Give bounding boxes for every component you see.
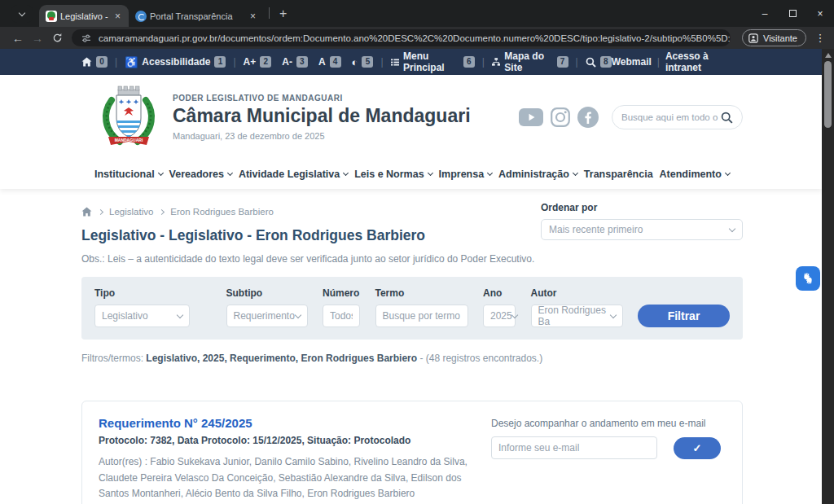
new-tab-button[interactable]: + — [279, 7, 287, 21]
browser-tab-active[interactable]: Legislativo - Eron Rodrigues Ba × — [39, 5, 129, 27]
sign-language-hands-icon — [801, 271, 815, 286]
tab-search-button[interactable] — [11, 5, 33, 23]
youtube-icon[interactable] — [519, 108, 543, 126]
nav-label: Vereadores — [169, 169, 224, 180]
profile-button[interactable]: Visitante — [742, 29, 806, 46]
close-tab-icon[interactable]: × — [248, 11, 257, 22]
filters-summary-prefix: Filtros/termos: — [81, 353, 146, 364]
chevron-down-icon — [227, 170, 233, 176]
search-icon[interactable] — [721, 112, 733, 124]
abar-label: Menu Principal — [403, 50, 459, 73]
nav-item-vereadores[interactable]: Vereadores — [169, 169, 232, 180]
follow-submit-button[interactable]: ✓ — [674, 437, 721, 459]
separator: | — [115, 56, 117, 68]
wheelchair-icon: ♿ — [125, 57, 138, 68]
abar-font-increase-button[interactable]: A+ 2 — [244, 56, 272, 68]
subtipo-select-value: Requerimento — [234, 310, 295, 322]
abar-sitemap-button[interactable]: Mapa do Site 7 — [492, 50, 568, 73]
close-tab-icon[interactable]: × — [113, 11, 122, 22]
nav-item-atividade-legislativa[interactable]: Atividade Legislativa — [239, 169, 348, 180]
org-small-title: PODER LEGISLATIVO DE MANDAGUARI — [173, 94, 471, 103]
maximize-button[interactable] — [779, 8, 806, 20]
contrast-icon: ◐ — [352, 57, 358, 68]
filters-summary-count: - (48 registros encontrados.) — [417, 353, 542, 364]
page-scrollbar[interactable] — [822, 49, 834, 504]
filter-group-termo: Termo — [375, 287, 468, 327]
abar-accessibility-button[interactable]: ♿ Acessibilidade 1 — [125, 56, 226, 68]
abar-font-decrease-button[interactable]: A- 3 — [282, 56, 308, 68]
tab-divider — [269, 7, 270, 19]
site-search-box[interactable] — [612, 105, 743, 129]
instagram-icon[interactable] — [551, 107, 570, 127]
nav-item-leis-e-normas[interactable]: Leis e Normas — [354, 169, 432, 180]
abar-font-normal-button[interactable]: A 4 — [318, 56, 341, 68]
site-settings-icon[interactable] — [81, 33, 91, 43]
autor-select[interactable]: Eron Rodrigues Ba — [531, 305, 623, 327]
numero-input[interactable] — [323, 305, 360, 327]
nav-item-atendimento[interactable]: Atendimento — [660, 169, 730, 180]
profile-label: Visitante — [763, 33, 797, 43]
nav-label: Administração — [498, 169, 569, 180]
profile-icon — [748, 33, 758, 43]
abar-main-menu-button[interactable]: Menu Principal 6 — [391, 50, 475, 73]
webmail-link[interactable]: Webmail — [612, 56, 652, 68]
tab-favicon-brasao — [46, 11, 57, 22]
chevron-down-icon — [158, 170, 164, 176]
nav-item-administracao[interactable]: Administração — [498, 169, 577, 180]
ano-select-value: 2025 — [490, 310, 512, 322]
browser-tabstrip: Legislativo - Eron Rodrigues Ba × Portal… — [0, 0, 834, 27]
chevron-down-icon — [177, 311, 183, 318]
forward-button[interactable]: → — [28, 32, 47, 45]
filter-panel: Tipo Legislativo Subtipo Requerimento Nú… — [81, 277, 743, 340]
ano-select[interactable]: 2025 — [483, 305, 516, 327]
breadcrumb-item[interactable]: Eron Rodrigues Barbiero — [170, 207, 274, 217]
browser-menu-button[interactable]: ⋮ — [814, 32, 826, 44]
site-search-input[interactable] — [621, 112, 721, 122]
main-navigation: Institucional Vereadores Atividade Legis… — [81, 160, 743, 189]
nav-item-imprensa[interactable]: Imprensa — [439, 169, 493, 180]
vlibras-button[interactable] — [796, 266, 820, 291]
browser-tab-inactive[interactable]: Portal Transparência × — [129, 5, 264, 27]
filter-label: Subtipo — [226, 287, 308, 299]
nav-label: Leis e Normas — [354, 169, 424, 180]
url-bar[interactable]: camaramandaguari.pr.gov.br/documentos/or… — [72, 29, 731, 46]
separator: | — [482, 56, 485, 68]
reload-button[interactable] — [47, 33, 67, 43]
intranet-link[interactable]: Acesso à intranet — [665, 50, 726, 73]
reload-icon — [52, 33, 63, 43]
nav-label: Transparência — [584, 169, 653, 180]
document-authors: Autor(res) : Fabio Sukekava Junior, Dani… — [99, 454, 480, 502]
abar-badge: 3 — [296, 56, 308, 68]
close-window-button[interactable]: × — [806, 8, 834, 20]
org-date: Mandaguari, 23 de dezembro de 2025 — [173, 131, 471, 141]
breadcrumb-item[interactable]: Legislativo — [109, 207, 153, 217]
abar-home-button[interactable]: 0 — [81, 56, 108, 68]
document-title-link[interactable]: Requerimento N° 245/2025 — [99, 416, 480, 430]
facebook-icon[interactable] — [577, 107, 599, 128]
back-button[interactable]: ← — [8, 32, 28, 45]
follow-email-input[interactable] — [491, 436, 657, 459]
abar-label: A+ — [244, 56, 257, 68]
tab-title: Portal Transparência — [150, 11, 245, 21]
nav-item-institucional[interactable]: Institucional — [94, 169, 163, 180]
filter-label: Tipo — [94, 287, 190, 299]
nav-item-transparencia[interactable]: Transparência — [584, 169, 653, 180]
sort-select[interactable]: Mais recente primeiro — [541, 219, 743, 240]
abar-search-button[interactable]: 8 — [586, 56, 612, 68]
abar-contrast-button[interactable]: ◐ 5 — [352, 56, 374, 68]
termo-input[interactable] — [375, 305, 468, 327]
filtrar-button[interactable]: Filtrar — [638, 305, 730, 327]
tipo-select[interactable]: Legislativo — [94, 305, 190, 327]
home-icon[interactable] — [81, 207, 92, 217]
chevron-down-icon — [725, 170, 731, 176]
chevron-down-icon — [428, 170, 433, 176]
minimize-button[interactable]: – — [751, 8, 779, 20]
scrollbar-up-arrow-icon[interactable] — [825, 53, 832, 58]
filter-label: Termo — [375, 287, 468, 299]
chevron-down-icon — [729, 225, 735, 231]
scrollbar-thumb[interactable] — [824, 61, 832, 128]
abar-badge: 7 — [557, 56, 568, 68]
subtipo-select[interactable]: Requerimento — [226, 305, 308, 327]
follow-email-label: Desejo acompanhar o andamento em meu e-m… — [491, 418, 726, 429]
abar-badge: 2 — [260, 56, 271, 68]
